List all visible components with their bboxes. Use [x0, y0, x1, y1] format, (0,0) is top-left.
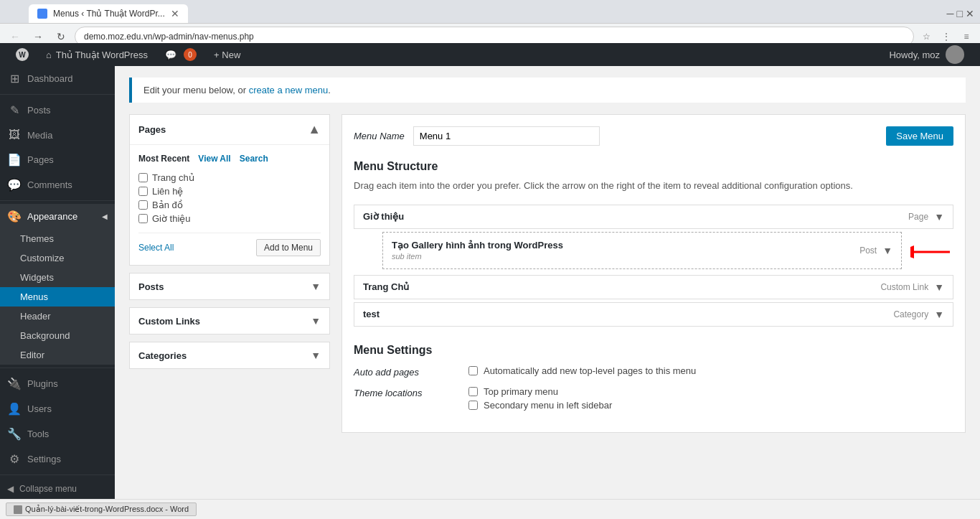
page-checkbox-3[interactable] [138, 214, 148, 223]
sidebar-label-tools: Tools [27, 429, 49, 439]
tab-view-all[interactable]: View All [198, 154, 230, 164]
auto-add-checkbox[interactable] [468, 366, 478, 375]
pages-box-footer: Select All Add to Menu [138, 233, 321, 256]
secondary-menu-label[interactable]: Secondary menu in left sidebar [468, 400, 953, 411]
pages-box-toggle-icon[interactable]: ▲ [308, 122, 321, 137]
pages-meta-box-header[interactable]: Pages ▲ [130, 115, 329, 145]
settings-icon: ⚙ [7, 452, 22, 466]
menu-item-test[interactable]: test Category ▼ [354, 302, 953, 327]
collapse-arrow-icon: ◀ [7, 484, 14, 494]
theme-locations-content: Top primary menu Secondary menu in left … [468, 386, 953, 413]
auto-add-pages-label: Auto add pages [354, 365, 468, 378]
close-browser-button[interactable]: ✕ [966, 8, 974, 19]
posts-box-header[interactable]: Posts ▼ [130, 273, 329, 299]
sidebar-label-posts: Posts [27, 105, 51, 116]
comment-icon: 💬 [165, 50, 176, 60]
users-icon: 👤 [7, 402, 22, 416]
tab-close-button[interactable]: ✕ [171, 8, 179, 19]
menu-name-input[interactable] [413, 126, 600, 146]
categories-box-title: Categories [138, 350, 187, 361]
taskbar-item-label: Quản-lý-bài-viết-trong-WordPress.docx - … [25, 505, 189, 514]
page-checkbox-0[interactable] [138, 173, 148, 182]
tab-search[interactable]: Search [240, 154, 268, 164]
select-all-link[interactable]: Select All [138, 243, 174, 253]
menu-name-row: Menu Name Save Menu [354, 126, 953, 146]
taskbar-word-item[interactable]: Quản-lý-bài-viết-trong-WordPress.docx - … [6, 502, 197, 516]
site-name-item[interactable]: ⌂ Thủ Thuật WordPress [37, 43, 156, 66]
sidebar-item-posts[interactable]: ✎ Posts [0, 98, 115, 123]
sidebar-item-editor[interactable]: Editor [0, 345, 115, 365]
sidebar-item-comments[interactable]: 💬 Comments [0, 172, 115, 197]
collapse-menu-button[interactable]: ◀ Collapse menu [0, 478, 115, 499]
item-chevron-3[interactable]: ▼ [934, 309, 944, 320]
new-tab-area[interactable] [188, 4, 209, 23]
browser-chrome: Menus ‹ Thủ Thuật WordPr... ✕ ─ □ ✕ ← → … [0, 0, 980, 43]
menu-item-right-0: Page ▼ [908, 211, 944, 223]
tab-most-recent[interactable]: Most Recent [138, 154, 189, 164]
user-avatar [946, 45, 964, 64]
sidebar-item-widgets[interactable]: Widgets [0, 268, 115, 287]
sidebar-label-customize: Customize [20, 253, 64, 263]
sidebar-item-users[interactable]: 👤 Users [0, 396, 115, 421]
sidebar-label-header: Header [20, 311, 51, 322]
sidebar-item-themes[interactable]: Themes [0, 229, 115, 248]
menu-item-trang-chu[interactable]: Trang Chủ Custom Link ▼ [354, 275, 953, 299]
sidebar-item-background[interactable]: Background [0, 326, 115, 345]
menu-item-gio-thieu[interactable]: Giờ thiệu Page ▼ [354, 205, 953, 229]
sidebar-item-dashboard[interactable]: ⊞ Dashboard [0, 66, 115, 91]
wp-logo-item[interactable]: W [7, 43, 37, 66]
custom-links-box-header[interactable]: Custom Links ▼ [130, 308, 329, 334]
create-menu-link[interactable]: create a new menu [249, 85, 329, 95]
tab-title: Menus ‹ Thủ Thuật WordPr... [53, 9, 165, 19]
item-chevron-2[interactable]: ▼ [934, 281, 944, 293]
wrap: Edit your menu below, or create a new me… [115, 66, 980, 444]
item-chevron-0[interactable]: ▼ [934, 211, 944, 223]
sidebar-item-settings[interactable]: ⚙ Settings [0, 446, 115, 472]
red-arrow-indicator [910, 245, 953, 259]
top-primary-menu-checkbox[interactable] [468, 387, 478, 396]
top-primary-menu-label[interactable]: Top primary menu [468, 386, 953, 397]
minimize-button[interactable]: ─ [947, 8, 954, 19]
sidebar-item-customize[interactable]: Customize [0, 248, 115, 268]
menu-settings-title: Menu Settings [354, 344, 953, 357]
sidebar-item-header[interactable]: Header [0, 307, 115, 326]
sidebar-item-plugins[interactable]: 🔌 Plugins [0, 371, 115, 396]
top-primary-menu-text: Top primary menu [484, 386, 558, 397]
sidebar-label-editor: Editor [20, 350, 44, 360]
menu-item-tao-gallery[interactable]: Tạo Gallery hình ảnh trong WordPress sub… [382, 232, 902, 269]
sidebar-item-tools[interactable]: 🔧 Tools [0, 421, 115, 446]
notifications-item[interactable]: 💬 0 [156, 43, 205, 66]
pages-list-item-2: Bản đồ [138, 198, 321, 212]
wp-logo: W [16, 48, 29, 61]
sidebar-label-themes: Themes [20, 233, 54, 244]
custom-links-meta-box: Custom Links ▼ [129, 307, 330, 335]
sidebar-item-pages[interactable]: 📄 Pages [0, 147, 115, 172]
howdy-item[interactable]: Howdy, moz [880, 45, 973, 64]
browser-tab[interactable]: Menus ‹ Thủ Thuật WordPr... ✕ [29, 4, 188, 23]
menu-icon[interactable]: ≡ [958, 29, 974, 45]
sidebar-item-media[interactable]: 🖼 Media [0, 123, 115, 147]
item-type-0: Page [908, 212, 928, 222]
categories-box-header[interactable]: Categories ▼ [130, 342, 329, 368]
auto-add-checkbox-label[interactable]: Automatically add new top-level pages to… [468, 365, 953, 376]
secondary-menu-checkbox[interactable] [468, 401, 478, 410]
auto-add-pages-row: Auto add pages Automatically add new top… [354, 365, 953, 379]
new-content-item[interactable]: + New [205, 43, 249, 66]
menu-item-title-3: test [363, 309, 380, 319]
sub-item-row: Tạo Gallery hình ảnh trong WordPress sub… [382, 232, 953, 272]
save-menu-button[interactable]: Save Menu [886, 126, 953, 146]
sidebar-label-plugins: Plugins [27, 378, 58, 389]
item-chevron-1[interactable]: ▼ [882, 245, 892, 256]
word-icon [14, 505, 22, 514]
page-checkbox-1[interactable] [138, 187, 148, 196]
page-checkbox-2[interactable] [138, 200, 148, 210]
custom-links-box-title: Custom Links [138, 316, 200, 327]
sidebar-item-appearance[interactable]: 🎨 Appearance ◀ [0, 204, 115, 229]
site-name-label: Thủ Thuật WordPress [56, 50, 148, 60]
add-to-menu-button[interactable]: Add to Menu [256, 239, 321, 256]
extensions-icon[interactable]: ⋮ [938, 29, 954, 45]
bookmark-icon[interactable]: ☆ [918, 29, 934, 45]
maximize-button[interactable]: □ [957, 8, 963, 19]
sidebar-label-media: Media [27, 130, 52, 141]
sidebar-item-menus[interactable]: Menus [0, 287, 115, 307]
